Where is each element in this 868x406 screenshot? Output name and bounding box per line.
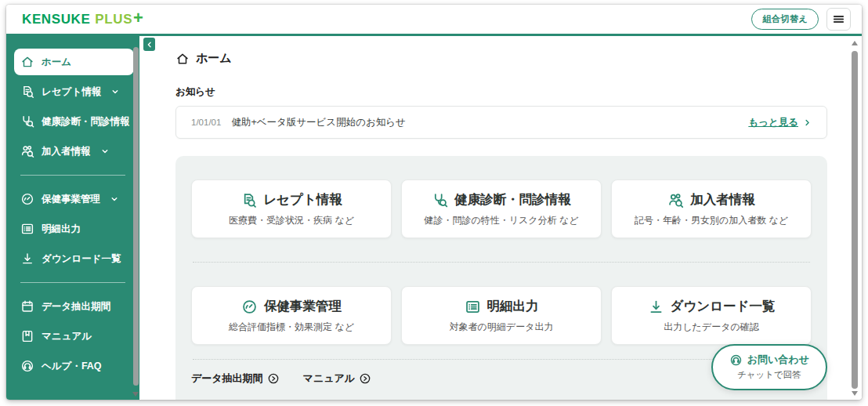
receipt-search-icon: [20, 85, 34, 99]
feature-card-stethoscope-search[interactable]: 健康診断・問診情報健診・問診の特性・リスク分析 など: [401, 179, 602, 238]
home-icon: [175, 52, 190, 66]
gauge-icon: [241, 299, 258, 315]
logo-plus-icon: +: [133, 9, 143, 27]
stethoscope-search-icon: [432, 192, 448, 208]
sidebar-item-headset[interactable]: ヘルプ・FAQ: [6, 353, 132, 379]
card-title: レセプト情報: [263, 191, 342, 208]
notice-list-item[interactable]: 1/01/01 健助+ベータ版サービス開始のお知らせ もっと見る: [175, 106, 827, 139]
scrollbar-thumb[interactable]: [852, 51, 858, 389]
sidebar-item-label: ダウンロード一覧: [42, 252, 121, 266]
download-icon: [648, 299, 664, 315]
sidebar-item-gauge[interactable]: 保健事業管理: [6, 186, 132, 212]
card-subtitle: 出力したデータの確認: [618, 321, 805, 334]
scrollbar-up-arrow[interactable]: [852, 41, 858, 45]
home-icon: [20, 55, 34, 69]
feature-card-people-search[interactable]: 加入者情報記号・年齢・男女別の加入者数 など: [611, 179, 812, 238]
circle-chevron-right-icon: [267, 372, 280, 385]
card-subtitle: 医療費・受診状況・疾病 など: [198, 214, 385, 227]
list-icon: [465, 299, 481, 315]
feature-card-list[interactable]: 明細出力対象者の明細データ出力: [401, 286, 602, 345]
sidebar-item-label: ホーム: [42, 56, 71, 69]
sidebar: ホームレセプト情報健康診断・問診情報加入者情報保健事業管理明細出力ダウンロード一…: [6, 36, 139, 400]
sidebar-item-receipt-search[interactable]: レセプト情報: [6, 78, 132, 105]
dotted-divider: [193, 262, 810, 263]
top-header: KENSUKE PLUS + 組合切替え: [6, 5, 862, 34]
logo-text-secondary: PLUS: [95, 12, 132, 27]
feature-card-download[interactable]: ダウンロード一覧出力したデータの確認: [611, 286, 812, 345]
card-title-row: レセプト情報: [198, 191, 385, 208]
sidebar-scroll-down-arrow[interactable]: [132, 392, 139, 397]
card-title: 明細出力: [487, 298, 539, 315]
logo-text-primary: KENSUKE: [22, 12, 90, 27]
hamburger-menu-button[interactable]: [826, 8, 851, 31]
quick-link[interactable]: マニュアル: [303, 372, 372, 386]
chat-widget-title-row: お問い合わせ: [729, 353, 809, 367]
chat-widget-title: お問い合わせ: [747, 353, 809, 367]
feature-card-gauge[interactable]: 保健事業管理総合評価指標・効果測定 など: [191, 286, 392, 345]
sidebar-item-label: データ抽出期間: [42, 300, 110, 314]
sidebar-item-label: ヘルプ・FAQ: [42, 360, 102, 373]
sidebar-item-people-search[interactable]: 加入者情報: [6, 138, 132, 165]
see-more-link[interactable]: もっと見る: [748, 116, 812, 129]
sidebar-item-label: 健康診断・問診情報: [42, 115, 130, 129]
page-title-row: ホーム: [175, 51, 827, 66]
notice-date: 1/01/01: [191, 118, 221, 127]
cards-row-2: 保健事業管理総合評価指標・効果測定 など明細出力対象者の明細データ出力ダウンロー…: [191, 286, 812, 345]
sidebar-item-label: 加入者情報: [42, 145, 91, 158]
contact-chat-widget[interactable]: お問い合わせ チャットで回答: [711, 344, 827, 390]
chevron-down-icon: [100, 147, 110, 156]
content-scrollbar: [851, 39, 859, 397]
chat-widget-subtitle: チャットで回答: [729, 369, 809, 381]
notice-section-label: お知らせ: [175, 85, 827, 99]
chevron-left-icon: [146, 41, 154, 49]
list-icon: [20, 222, 34, 236]
card-subtitle: 記号・年齢・男女別の加入者数 など: [618, 214, 805, 227]
quick-link-label: マニュアル: [303, 372, 356, 386]
gauge-icon: [20, 192, 34, 206]
card-subtitle: 健診・問診の特性・リスク分析 など: [408, 214, 595, 227]
sidebar-item-list[interactable]: 明細出力: [6, 216, 132, 242]
people-search-icon: [20, 144, 34, 158]
sidebar-item-label: 明細出力: [42, 223, 81, 236]
chevron-right-icon: [803, 118, 812, 127]
sidebar-item-home[interactable]: ホーム: [14, 49, 134, 75]
card-title: 保健事業管理: [264, 298, 342, 315]
sidebar-item-label: 保健事業管理: [42, 193, 100, 206]
sidebar-divider: [20, 282, 125, 283]
feature-card-receipt-search[interactable]: レセプト情報医療費・受診状況・疾病 など: [191, 179, 392, 238]
calendar-icon: [20, 299, 34, 314]
sidebar-item-manual[interactable]: マニュアル: [6, 323, 132, 350]
union-switch-button[interactable]: 組合切替え: [751, 9, 819, 30]
card-subtitle: 対象者の明細データ出力: [408, 321, 595, 334]
scrollbar-down-arrow[interactable]: [852, 391, 858, 396]
circle-chevron-right-icon: [359, 372, 371, 385]
header-actions: 組合切替え: [751, 8, 851, 31]
sidebar-item-calendar[interactable]: データ抽出期間: [6, 293, 132, 320]
stethoscope-search-icon: [20, 114, 34, 129]
card-title-row: 保健事業管理: [198, 298, 385, 315]
chevron-down-icon: [110, 194, 119, 204]
manual-icon: [20, 329, 34, 343]
sidebar-item-download[interactable]: ダウンロード一覧: [6, 245, 132, 272]
card-title-row: 加入者情報: [618, 191, 805, 208]
quick-link[interactable]: データ抽出期間: [191, 372, 280, 386]
page-title: ホーム: [196, 51, 232, 66]
card-title: ダウンロード一覧: [671, 298, 776, 315]
headset-icon: [20, 359, 34, 373]
sidebar-divider: [20, 175, 125, 176]
sidebar-item-stethoscope-search[interactable]: 健康診断・問診情報: [6, 108, 132, 135]
card-title-row: 健康診断・問診情報: [408, 191, 595, 208]
card-title-row: ダウンロード一覧: [618, 298, 805, 315]
sidebar-scrollbar-thumb[interactable]: [133, 47, 139, 386]
chevron-down-icon: [110, 87, 120, 96]
content-frame: ホームレセプト情報健康診断・問診情報加入者情報保健事業管理明細出力ダウンロード一…: [6, 34, 862, 400]
download-icon: [20, 252, 34, 266]
card-title: 加入者情報: [690, 191, 755, 208]
cards-row-1: レセプト情報医療費・受診状況・疾病 など健康診断・問診情報健診・問診の特性・リス…: [191, 179, 812, 238]
sidebar-collapse-button[interactable]: [143, 38, 155, 51]
people-search-icon: [667, 192, 684, 208]
notice-text: 健助+ベータ版サービス開始のお知らせ: [231, 116, 405, 129]
quick-link-label: データ抽出期間: [191, 372, 263, 386]
hamburger-icon: [832, 13, 845, 26]
card-title-row: 明細出力: [408, 298, 595, 315]
